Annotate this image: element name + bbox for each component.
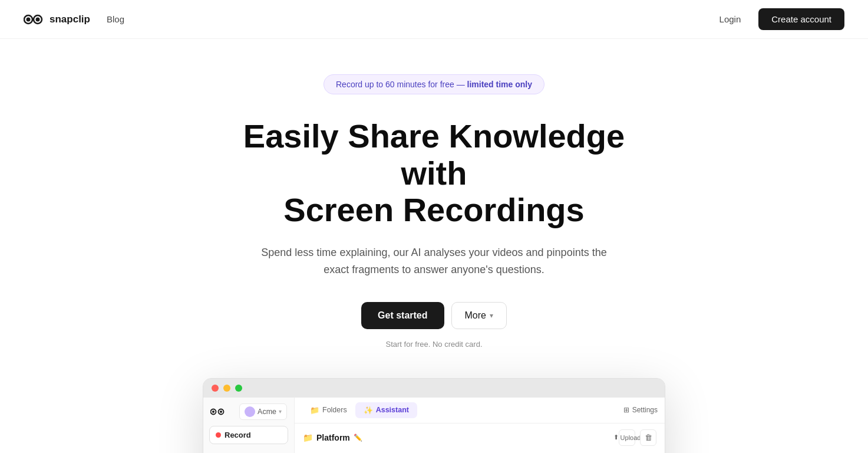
app-content: Acme ▾ Record Folders ⊕ 📁 General (203, 398, 665, 453)
sidebar: Acme ▾ Record Folders ⊕ 📁 General (203, 398, 295, 453)
login-button[interactable]: Login (710, 9, 751, 29)
hero-title: Easily Share Knowledge with Screen Recor… (222, 118, 646, 229)
svg-point-2 (27, 17, 31, 21)
tab-assistant[interactable]: ✨ Assistant (355, 402, 417, 418)
app-titlebar (203, 379, 665, 398)
folder-title: 📁 Platform ✏️ (303, 433, 362, 442)
logo: snapclip (24, 14, 90, 25)
more-label: More (465, 310, 486, 321)
badge-highlight: limited time only (467, 80, 532, 89)
upload-icon: ⬆ (613, 434, 619, 441)
folders-section-label: Folders ⊕ (203, 450, 294, 453)
record-dot-icon (216, 432, 221, 438)
settings-icon: ⊞ (623, 406, 629, 414)
maximize-dot (235, 385, 242, 392)
get-started-button[interactable]: Get started (361, 302, 444, 329)
delete-button[interactable]: 🗑 (640, 429, 656, 446)
main-panel: 📁 Folders ✨ Assistant ⊞ Settings (295, 398, 665, 453)
free-note: Start for free. No credit card. (385, 340, 482, 349)
hero-subtitle: Spend less time explaining, our AI analy… (258, 244, 611, 278)
topbar-right: ⊞ Settings (623, 406, 658, 414)
logo-icon (24, 14, 45, 25)
acme-avatar (245, 406, 255, 417)
sidebar-logo-icon (210, 408, 226, 416)
minimize-dot (223, 385, 230, 392)
app-topbar: 📁 Folders ✨ Assistant ⊞ Settings (295, 398, 665, 424)
assistant-icon: ✨ (364, 406, 373, 415)
svg-point-6 (212, 411, 214, 413)
trash-icon: 🗑 (645, 433, 652, 442)
tab-folders[interactable]: 📁 Folders (302, 402, 355, 418)
app-frame: Acme ▾ Record Folders ⊕ 📁 General (203, 378, 665, 453)
record-button[interactable]: Record (209, 426, 288, 444)
app-wrapper: Acme ▾ Record Folders ⊕ 📁 General (0, 378, 868, 453)
acme-dropdown[interactable]: Acme ▾ (239, 403, 287, 420)
close-dot (212, 385, 219, 392)
settings-button[interactable]: ⊞ Settings (623, 406, 658, 414)
chevron-down-icon: ▾ (490, 311, 493, 320)
logo-text: snapclip (49, 14, 90, 25)
chevron-down-icon: ▾ (279, 408, 282, 415)
nav-left: snapclip Blog (24, 14, 124, 25)
current-folder-icon: 📁 (303, 433, 313, 442)
folder-header: 📁 Platform ✏️ ⬆ Upload 🗑 (295, 424, 665, 449)
nav-right: Login Create account (710, 8, 844, 30)
promo-badge: Record up to 60 minutes for free — limit… (324, 74, 544, 94)
hero-title-line1: Easily Share Knowledge with (243, 117, 625, 192)
record-label: Record (225, 431, 251, 439)
sidebar-header: Acme ▾ (203, 398, 294, 424)
current-folder-name: Platform (316, 433, 350, 442)
svg-point-7 (220, 411, 222, 413)
folder-actions: ⬆ Upload 🗑 (619, 429, 656, 446)
hero-title-line2: Screen Recordings (283, 191, 584, 228)
cta-row: Get started More ▾ (361, 302, 507, 329)
folders-icon: 📁 (310, 406, 319, 415)
create-account-button[interactable]: Create account (758, 8, 844, 30)
upload-button[interactable]: ⬆ Upload (619, 429, 635, 446)
more-button[interactable]: More ▾ (451, 302, 507, 329)
navbar: snapclip Blog Login Create account (0, 0, 868, 39)
acme-label: Acme (258, 408, 276, 416)
recordings-toolbar: 🔍 Search recordings... Sort by created ▾ (295, 449, 665, 453)
badge-text: Record up to 60 minutes for free — (336, 80, 467, 89)
edit-folder-icon[interactable]: ✏️ (354, 434, 362, 442)
hero-section: Record up to 60 minutes for free — limit… (0, 39, 868, 378)
svg-point-3 (36, 17, 40, 21)
blog-link[interactable]: Blog (107, 14, 124, 24)
